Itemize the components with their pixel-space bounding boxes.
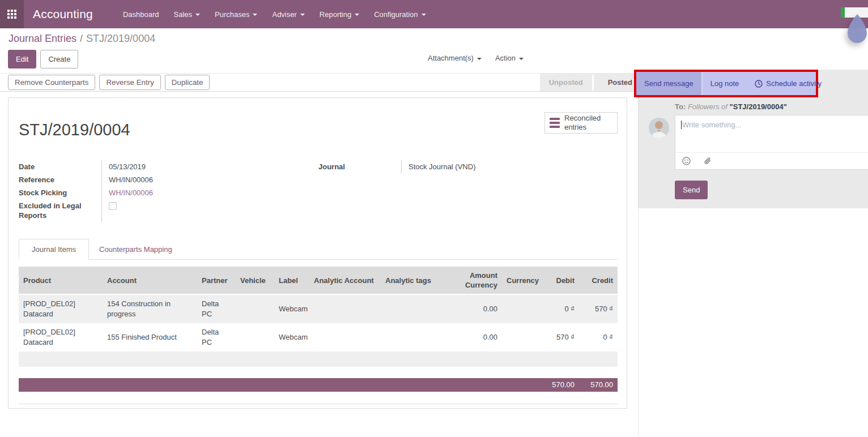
action-dropdown[interactable]: Action [495, 54, 524, 62]
apps-grid-icon [7, 10, 16, 19]
top-navbar: Accounting Dashboard Sales Purchases Adv… [0, 0, 868, 28]
col-account[interactable]: Account [103, 267, 197, 294]
table-header-row: Product Account Partner Vehicle Label An… [19, 267, 618, 294]
remove-counterparts-button[interactable]: Remove Counterparts [8, 75, 95, 90]
send-button[interactable]: Send [675, 181, 708, 199]
col-partner[interactable]: Partner [197, 267, 236, 294]
excluded-label: Excluded in Legal Reports [19, 199, 101, 222]
col-analytic-tags[interactable]: Analytic tags [381, 267, 444, 294]
message-composer[interactable]: Write something... [675, 115, 868, 170]
menu-reporting[interactable]: Reporting [312, 0, 367, 28]
col-amount-currency[interactable]: Amount Currency [444, 267, 502, 294]
reference-label: Reference [19, 173, 101, 186]
edit-button[interactable]: Edit [8, 50, 36, 68]
tab-schedule-activity[interactable]: Schedule activity [747, 72, 829, 95]
breadcrumb-parent-link[interactable]: Journal Entries [8, 33, 76, 44]
user-avatar [649, 118, 669, 138]
journal-value: Stock Journal (VND) [401, 160, 556, 173]
caret-down-icon [422, 14, 426, 16]
field-group-right: Journal Stock Journal (VND) [318, 160, 556, 173]
composer-placeholder: Write something... [682, 121, 742, 129]
stock-picking-link[interactable]: WH/IN/00006 [109, 188, 153, 197]
caret-down-icon [477, 58, 482, 60]
col-debit[interactable]: Debit [538, 267, 579, 294]
status-arrow [594, 74, 599, 92]
panel-divider [638, 208, 639, 437]
main-menu: Dashboard Sales Purchases Adviser Report… [116, 0, 433, 28]
status-unposted[interactable]: Unposted [540, 78, 592, 87]
reconciled-entries-button[interactable]: Reconciled entries [544, 112, 618, 134]
breadcrumb: Journal Entries/STJ/2019/0004 [8, 33, 155, 45]
empty-row [19, 352, 618, 367]
tab-send-message[interactable]: Send message [636, 72, 703, 95]
create-button[interactable]: Create [40, 50, 78, 68]
menu-purchases[interactable]: Purchases [207, 0, 265, 28]
caret-down-icon [253, 14, 257, 16]
status-posted[interactable]: Posted [599, 78, 638, 87]
date-value: 05/13/2019 [101, 160, 257, 173]
table-row[interactable]: [PROD_DEL02] Datacard 155 Finished Produ… [19, 323, 618, 352]
menu-dashboard[interactable]: Dashboard [116, 0, 167, 28]
col-currency[interactable]: Currency [502, 267, 538, 294]
total-debit: 570.00 [552, 378, 575, 392]
tab-journal-items[interactable]: Journal Items [19, 239, 89, 260]
attachments-dropdown[interactable]: Attachment(s) [428, 54, 482, 62]
sheet-divider [19, 404, 618, 404]
touch-cursor-drop-icon [845, 14, 868, 48]
reference-value: WH/IN/00006 [101, 173, 257, 186]
table-row[interactable]: [PROD_DEL02] Datacard 154 Construction i… [19, 294, 618, 323]
caret-down-icon [300, 14, 305, 16]
reverse-entry-button[interactable]: Reverse Entry [99, 75, 160, 90]
col-product[interactable]: Product [19, 267, 103, 294]
recipients-line: To: Followers of "STJ/2019/0004" [675, 102, 787, 111]
notebook-tabs: Journal Items Counterparts Mapping [19, 239, 618, 260]
field-group-left: Date 05/13/2019 Reference WH/IN/00006 St… [19, 160, 257, 222]
totals-bar: 570.00 570.00 [19, 378, 618, 392]
excluded-checkbox[interactable] [109, 202, 117, 210]
menu-sales[interactable]: Sales [167, 0, 208, 28]
tab-log-note[interactable]: Log note [703, 72, 747, 95]
clock-icon [755, 80, 763, 88]
journal-label: Journal [318, 160, 401, 173]
col-label[interactable]: Label [274, 267, 309, 294]
app-title: Accounting [33, 7, 93, 21]
caret-down-icon [195, 14, 200, 16]
col-analytic-account[interactable]: Analytic Account [309, 267, 381, 294]
record-title: STJ/2019/0004 [19, 121, 130, 139]
menu-adviser[interactable]: Adviser [265, 0, 312, 28]
menu-configuration[interactable]: Configuration [367, 0, 433, 28]
caret-down-icon [355, 14, 359, 16]
status-bar: Unposted Posted [540, 74, 638, 91]
date-label: Date [19, 160, 101, 173]
tab-counterparts-mapping[interactable]: Counterparts Mapping [89, 239, 182, 259]
col-vehicle[interactable]: Vehicle [236, 267, 274, 294]
form-toolbar: Remove Counterparts Reverse Entry Duplic… [0, 73, 638, 92]
stock-picking-label: Stock Picking [19, 186, 101, 199]
total-credit: 570.00 [590, 378, 613, 392]
breadcrumb-current: STJ/2019/0004 [86, 33, 155, 44]
form-sheet: STJ/2019/0004 Reconciled entries Date 05… [8, 97, 627, 409]
text-caret [681, 121, 682, 129]
emoji-icon[interactable] [682, 157, 691, 165]
menu-bars-icon [550, 118, 560, 128]
chatter-tabs-highlight: Send message Log note Schedule activity [634, 70, 818, 97]
journal-items-table: Product Account Partner Vehicle Label An… [19, 267, 618, 367]
col-credit[interactable]: Credit [579, 267, 618, 294]
caret-down-icon [519, 58, 524, 60]
paperclip-icon[interactable] [703, 157, 712, 165]
duplicate-button[interactable]: Duplicate [165, 75, 210, 90]
apps-menu-button[interactable] [0, 0, 24, 28]
